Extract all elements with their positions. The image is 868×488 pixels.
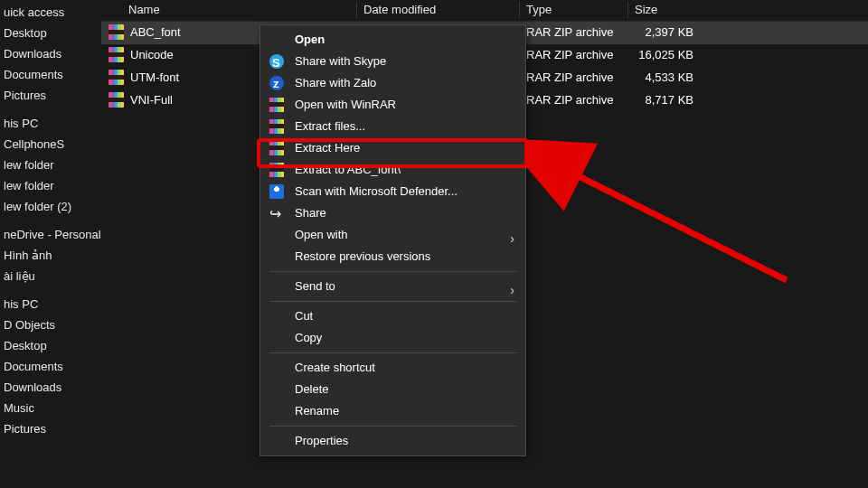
share-icon	[269, 206, 284, 221]
sidebar-item[interactable]: Documents	[0, 356, 101, 377]
sidebar-item[interactable]: Desktop	[0, 335, 101, 356]
menu-item[interactable]: Copy	[260, 327, 525, 349]
menu-item-label: Share with Skype	[295, 54, 386, 68]
menu-item[interactable]: Open with›	[260, 224, 525, 246]
sidebar-item[interactable]: CellphoneS	[0, 134, 101, 155]
menu-separator	[269, 352, 516, 353]
sidebar-item[interactable]: Downloads	[0, 43, 101, 64]
menu-item[interactable]: Open with WinRAR	[260, 94, 525, 116]
sidebar-item[interactable]: lew folder (2)	[0, 196, 101, 217]
file-type: RAR ZIP archive	[526, 70, 614, 84]
rar-archive-icon	[108, 47, 124, 62]
menu-item[interactable]: Scan with Microsoft Defender...	[260, 181, 525, 202]
sidebar-item[interactable]: Pictures	[0, 418, 101, 439]
sidebar-item[interactable]: ài liệu	[0, 266, 101, 286]
rar-icon	[269, 119, 284, 134]
zalo-icon	[269, 76, 284, 90]
sidebar-item[interactable]: lew folder	[0, 175, 101, 196]
menu-item[interactable]: Send to›	[260, 276, 525, 297]
menu-item-label: Extract files...	[295, 119, 365, 133]
column-date[interactable]: Date modified	[363, 3, 436, 16]
menu-item[interactable]: Create shortcut	[260, 357, 525, 379]
sidebar-item[interactable]: Documents	[0, 64, 101, 85]
menu-item-label: Share with Zalo	[295, 76, 376, 89]
sidebar-item[interactable]: his PC	[0, 294, 101, 314]
menu-item-label: Open with	[295, 228, 348, 241]
sidebar-item[interactable]: lew folder	[0, 155, 101, 175]
file-type: RAR ZIP archive	[526, 48, 614, 61]
file-size: 4,533 KB	[621, 70, 693, 84]
column-name[interactable]: Name	[128, 3, 160, 16]
rar-archive-icon	[108, 70, 124, 85]
context-menu: OpenShare with SkypeShare with ZaloOpen …	[259, 24, 526, 456]
sidebar-item[interactable]: Desktop	[0, 23, 101, 43]
menu-item[interactable]: Delete	[260, 379, 525, 400]
file-name: VNI-Full	[130, 93, 173, 107]
rar-icon	[269, 163, 284, 177]
file-name: UTM-font	[130, 70, 179, 84]
menu-item[interactable]: Extract to ABC_font\	[260, 159, 525, 181]
menu-separator	[269, 426, 516, 427]
file-type: RAR ZIP archive	[526, 25, 614, 39]
menu-item[interactable]: Restore previous versions	[260, 246, 525, 267]
rar-icon	[269, 141, 284, 155]
rar-icon	[269, 98, 284, 112]
menu-item-label: Properties	[295, 434, 348, 447]
rar-archive-icon	[108, 92, 124, 108]
menu-item[interactable]: Open	[260, 29, 525, 51]
menu-separator	[269, 301, 516, 302]
menu-separator	[269, 271, 516, 272]
sidebar-item[interactable]: his PC	[0, 113, 101, 134]
menu-item[interactable]: Cut	[260, 305, 525, 327]
menu-item-label: Restore previous versions	[295, 249, 430, 263]
column-type[interactable]: Type	[526, 3, 552, 16]
rar-archive-icon	[108, 24, 124, 40]
menu-item[interactable]: Rename	[260, 400, 525, 422]
sidebar-item[interactable]: Hình ảnh	[0, 245, 101, 266]
file-name: ABC_font	[130, 25, 181, 39]
file-size: 2,397 KB	[621, 25, 693, 39]
menu-item[interactable]: Properties	[260, 430, 525, 452]
menu-item-label: Extract to ABC_font\	[295, 163, 401, 176]
file-size: 16,025 KB	[621, 48, 693, 61]
menu-item-label: Open with WinRAR	[295, 98, 396, 111]
sidebar-item[interactable]: Pictures	[0, 85, 101, 106]
sidebar-item[interactable]: Music	[0, 398, 101, 418]
menu-item-label: Open	[295, 33, 325, 46]
menu-item-label: Delete	[295, 382, 329, 396]
sidebar-item[interactable]: D Objects	[0, 314, 101, 335]
menu-item-label: Copy	[295, 331, 322, 344]
menu-item-label: Send to	[295, 279, 335, 293]
file-size: 8,717 KB	[621, 93, 693, 107]
navigation-sidebar: uick accessDesktopDownloadsDocumentsPict…	[0, 0, 101, 488]
menu-item[interactable]: Share with Skype	[260, 51, 525, 72]
menu-item[interactable]: Extract Here	[260, 137, 525, 159]
skype-icon	[269, 54, 284, 69]
menu-item[interactable]: Share	[260, 202, 525, 224]
file-type: RAR ZIP archive	[526, 93, 614, 107]
defender-icon	[269, 184, 284, 199]
chevron-right-icon: ›	[510, 279, 514, 301]
menu-item-label: Share	[295, 206, 326, 220]
sidebar-item[interactable]: neDrive - Personal	[0, 224, 101, 245]
menu-item-label: Extract Here	[295, 141, 360, 155]
column-header-row: Name Date modified Type Size	[101, 0, 868, 22]
menu-item[interactable]: Share with Zalo	[260, 72, 525, 94]
menu-item-label: Scan with Microsoft Defender...	[295, 184, 458, 198]
menu-item[interactable]: Extract files...	[260, 116, 525, 137]
file-name: Unicode	[130, 48, 174, 61]
menu-item-label: Create shortcut	[295, 361, 375, 374]
sidebar-item[interactable]: uick access	[0, 2, 101, 23]
column-size[interactable]: Size	[635, 3, 657, 16]
menu-item-label: Cut	[295, 309, 313, 323]
sidebar-item[interactable]: Downloads	[0, 377, 101, 398]
menu-item-label: Rename	[295, 404, 339, 418]
